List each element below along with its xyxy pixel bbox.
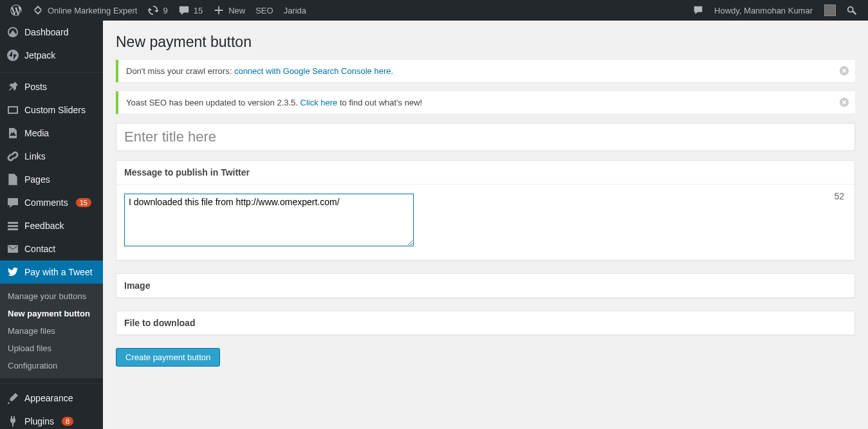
menu-feedback[interactable]: Feedback	[0, 214, 103, 237]
notice-link-yoast[interactable]: Click here	[300, 98, 338, 107]
submenu-pay-tweet: Manage your buttons New payment button M…	[0, 284, 103, 378]
page-title: New payment button	[116, 33, 855, 51]
comments-icon	[6, 196, 19, 209]
close-icon	[838, 65, 850, 77]
brush-icon	[6, 392, 19, 392]
twitter-icon	[6, 266, 19, 278]
site-name-text: Online Marketing Expert	[48, 6, 137, 15]
pages-icon	[6, 173, 19, 186]
create-payment-button[interactable]: Create payment button	[116, 348, 220, 367]
menu-contact[interactable]: Contact	[0, 237, 103, 260]
menu-appearance[interactable]: Appearance	[0, 387, 103, 392]
notice-yoast-update: Yoast SEO has been updated to version 2.…	[116, 91, 855, 114]
menu-jetpack[interactable]: Jetpack	[0, 44, 103, 67]
image-box-header[interactable]: Image	[116, 274, 854, 297]
comments-count: 15	[194, 6, 203, 15]
sub-manage-buttons[interactable]: Manage your buttons	[0, 288, 103, 305]
admin-bar: Online Marketing Expert 9 15 New SEO Jar…	[0, 0, 868, 21]
menu-media[interactable]: Media	[0, 122, 103, 145]
menu-comments[interactable]: Comments15	[0, 191, 103, 214]
sliders-icon	[6, 104, 19, 116]
links-icon	[6, 150, 19, 163]
menu-dashboard[interactable]: Dashboard	[0, 21, 103, 44]
file-box-header[interactable]: File to download	[116, 311, 854, 334]
notification-icon[interactable]	[687, 0, 709, 21]
file-box: File to download	[116, 311, 855, 335]
notice-link-gsc[interactable]: connect with Google Search Console here	[234, 66, 391, 76]
media-icon	[6, 127, 19, 140]
updates-count: 9	[163, 6, 167, 15]
howdy-text: Howdy, Manmohan Kumar	[714, 6, 813, 15]
comments-badge: 15	[76, 198, 91, 207]
feedback-icon	[6, 219, 19, 232]
twitter-message-textarea[interactable]	[124, 194, 414, 246]
new-label: New	[228, 6, 245, 15]
admin-sidebar: Dashboard Jetpack Posts Custom Sliders M…	[0, 21, 103, 392]
char-count: 52	[834, 191, 844, 201]
sub-manage-files[interactable]: Manage files	[0, 322, 103, 340]
menu-custom-sliders[interactable]: Custom Sliders	[0, 98, 103, 122]
seo-item[interactable]: SEO	[250, 0, 278, 21]
close-icon	[838, 96, 850, 108]
menu-posts[interactable]: Posts	[0, 75, 103, 98]
new-item[interactable]: New	[208, 0, 250, 21]
sub-configuration[interactable]: Configuration	[0, 357, 103, 374]
notice-crawl-errors: Don't miss your crawl errors: connect wi…	[116, 60, 855, 82]
menu-links[interactable]: Links	[0, 145, 103, 168]
updates-item[interactable]: 9	[142, 0, 172, 21]
sub-new-payment[interactable]: New payment button	[0, 305, 103, 322]
pin-icon	[6, 80, 19, 93]
site-name[interactable]: Online Marketing Expert	[27, 0, 142, 21]
main-content: New payment button Don't miss your crawl…	[103, 21, 868, 392]
jarida-item[interactable]: Jarida	[279, 0, 311, 21]
speech-icon	[692, 5, 704, 16]
title-input[interactable]	[116, 123, 855, 151]
menu-pay-with-tweet[interactable]: Pay with a Tweet	[0, 260, 103, 284]
dismiss-notice-2[interactable]	[838, 96, 851, 109]
dashboard-icon	[6, 26, 19, 39]
twitter-box-header[interactable]: Message to publish in Twitter	[116, 161, 854, 185]
jetpack-icon	[6, 49, 19, 62]
search-icon	[846, 5, 858, 16]
sub-upload-files[interactable]: Upload files	[0, 340, 103, 357]
howdy-account[interactable]: Howdy, Manmohan Kumar	[709, 0, 841, 21]
menu-pages[interactable]: Pages	[0, 168, 103, 191]
image-box: Image	[116, 273, 855, 298]
dismiss-notice-1[interactable]	[838, 65, 851, 78]
wp-logo[interactable]	[5, 0, 27, 21]
envelope-icon	[6, 242, 19, 255]
twitter-message-box: Message to publish in Twitter 52	[116, 160, 855, 260]
svg-point-0	[7, 50, 19, 61]
comments-item[interactable]: 15	[173, 0, 208, 21]
search-toggle[interactable]	[841, 0, 863, 21]
avatar	[824, 5, 836, 16]
